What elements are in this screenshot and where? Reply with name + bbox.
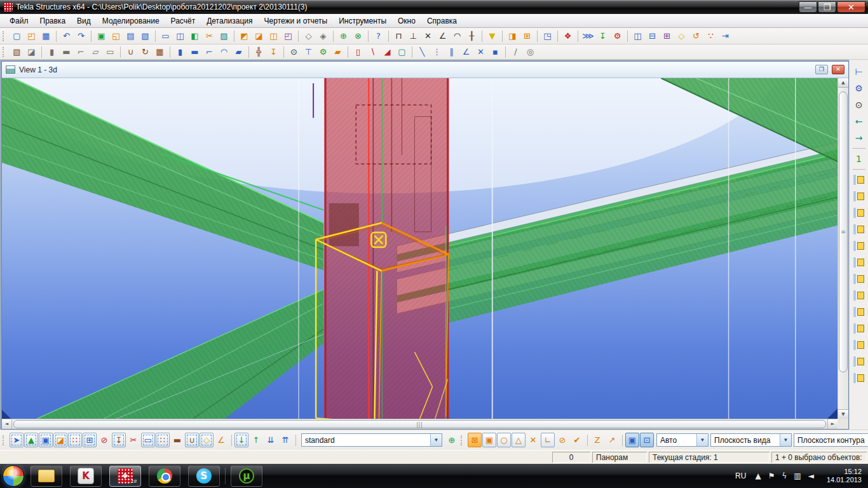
save-model-button[interactable]: ▦ xyxy=(39,29,53,43)
language-indicator[interactable]: RU xyxy=(733,470,749,482)
concrete-beam-button[interactable]: ▬ xyxy=(187,45,202,59)
work-plane-combo[interactable]: Плоскость вида ▼ xyxy=(710,433,792,447)
steel-beam-button[interactable]: ▬ xyxy=(59,45,74,59)
menu-edit[interactable]: Правка xyxy=(34,15,72,27)
vertical-scroll-thumb[interactable]: ≡ xyxy=(839,92,848,372)
construction-points-button[interactable]: ⋮ xyxy=(430,45,444,59)
connection-bolted-gusset-button[interactable] xyxy=(851,205,867,221)
point-along-line-button[interactable]: ◈ xyxy=(316,29,330,43)
construction-circle-button[interactable]: ◎ xyxy=(523,45,538,59)
concrete-column-button[interactable]: ▮ xyxy=(173,45,187,59)
view-title-bar[interactable]: View 1 - 3d ❐ ✕ xyxy=(2,62,848,78)
paste-button[interactable]: ◱ xyxy=(109,29,123,43)
measure-bolt-button[interactable]: ╂ xyxy=(465,29,479,43)
taskbar-tekla-button[interactable]: ❖ 18 xyxy=(109,466,141,487)
connection-base-plate-button[interactable] xyxy=(851,287,867,304)
toolbar-grip[interactable] xyxy=(3,435,7,445)
fit-model-button[interactable]: ◫ xyxy=(266,29,281,43)
taskbar-explorer-button[interactable] xyxy=(31,466,62,487)
connection-haunch-button[interactable] xyxy=(851,320,867,337)
toolbar-grip[interactable] xyxy=(461,435,465,445)
eraser-button[interactable]: ◪ xyxy=(24,45,39,59)
profile-u-button[interactable]: ∪ xyxy=(123,45,138,59)
grid-line-button[interactable]: ⊥ xyxy=(406,29,421,43)
measure-arc-button[interactable]: ◠ xyxy=(450,29,465,43)
select-components-button[interactable]: ▲ xyxy=(24,433,38,447)
horizontal-scroll-thumb[interactable]: ||| xyxy=(13,420,826,428)
construction-line-button[interactable]: ╲ xyxy=(415,45,430,59)
create-point-button[interactable]: ◇ xyxy=(301,29,316,43)
taskbar-kaspersky-button[interactable]: K xyxy=(70,466,102,487)
corner-points-button[interactable]: ∠ xyxy=(459,45,473,59)
diagnose-button[interactable]: ∵ xyxy=(703,29,718,43)
chevron-down-icon[interactable]: ▼ xyxy=(696,434,708,446)
view-restore-button[interactable]: ❐ xyxy=(815,65,828,74)
view-properties-button[interactable]: ◫ xyxy=(173,29,187,43)
profile-filter-combo[interactable]: standard ▼ xyxy=(301,433,442,447)
new-model-button[interactable]: ▢ xyxy=(10,29,24,43)
rebar-button[interactable]: ╬ xyxy=(252,45,266,59)
contour-plate-button[interactable]: ▰ xyxy=(330,45,345,59)
cut-plane-button[interactable]: ✂ xyxy=(202,29,217,43)
concrete-polybeam-button[interactable]: ⌐ xyxy=(202,45,217,59)
snap-intersections-button[interactable]: ✕ xyxy=(526,433,540,447)
macros-button[interactable]: ⚙ xyxy=(610,29,625,43)
snap-reference-points-button[interactable]: ⊠ xyxy=(468,433,482,447)
inquire-object-button[interactable]: ? xyxy=(371,29,386,43)
scroll-right-button[interactable]: ► xyxy=(827,419,837,429)
action-center-icon[interactable]: ⚑ xyxy=(768,471,776,480)
menu-analysis[interactable]: Расчёт xyxy=(165,15,201,27)
taskbar-skype-button[interactable]: S xyxy=(188,466,220,487)
world-plane-button[interactable]: ⊕ xyxy=(445,433,459,447)
new-view-button[interactable]: ▭ xyxy=(158,29,173,43)
properties-button[interactable]: ▤ xyxy=(123,29,138,43)
mesh-button[interactable]: ▦ xyxy=(153,45,167,59)
snap-nearest-points-button[interactable]: ○ xyxy=(497,433,511,447)
select-planes-button[interactable]: ◇ xyxy=(200,433,214,447)
restore-button[interactable]: ❐ xyxy=(818,1,836,13)
vertical-scrollbar[interactable]: ▲ ≡ ▼ xyxy=(837,78,848,419)
redo-button[interactable]: ↷ xyxy=(74,29,88,43)
volume-icon[interactable]: ◄ xyxy=(808,471,815,480)
connection-shear-plate-button[interactable] xyxy=(851,353,867,370)
scroll-up-button[interactable]: ▲ xyxy=(838,78,848,88)
select-surfaces-button[interactable]: ◪ xyxy=(53,433,67,447)
select-assemblies-button[interactable]: ∷ xyxy=(156,433,170,447)
tekla-online-button[interactable]: ❖ xyxy=(560,29,575,43)
snap-depth-lock-button[interactable]: Z xyxy=(590,433,604,447)
snap-perpendicular-button[interactable]: ∟ xyxy=(541,433,555,447)
measure-angle-button[interactable]: ∠ xyxy=(435,29,450,43)
undo-button[interactable]: ↶ xyxy=(59,29,74,43)
publish-button[interactable]: ⋙ xyxy=(581,29,595,43)
parallel-lines-button[interactable]: ∥ xyxy=(444,45,459,59)
start-button[interactable] xyxy=(3,465,24,487)
phases-button[interactable]: ◨ xyxy=(505,29,520,43)
clash-check-button[interactable]: ⊤ xyxy=(301,45,316,59)
history-forward-button[interactable]: → xyxy=(851,130,867,146)
select-bent-plates-button[interactable]: ∠ xyxy=(214,433,228,447)
create-solid-button[interactable]: ▧ xyxy=(10,45,24,59)
scroll-left-button[interactable]: ◄ xyxy=(2,419,12,429)
menu-window[interactable]: Окно xyxy=(392,15,421,27)
fit-part-end-button[interactable]: ▯ xyxy=(351,45,365,59)
history-back-button[interactable]: ← xyxy=(851,113,867,130)
cut-part-line-button[interactable]: ∖ xyxy=(365,45,380,59)
lotting-button[interactable]: ⊞ xyxy=(520,29,534,43)
clip-region-button[interactable]: ▨ xyxy=(217,29,231,43)
snap-priority-button[interactable]: ⊡ xyxy=(640,433,654,447)
minimize-button[interactable]: — xyxy=(799,1,817,13)
array-copy-button[interactable]: ⊞ xyxy=(660,29,674,43)
taskbar-utorrent-button[interactable]: µ xyxy=(231,466,262,487)
tray-expand-button[interactable]: ▲ xyxy=(754,471,761,480)
profile-rotated-button[interactable]: ↻ xyxy=(138,45,153,59)
connection-column-splice-button[interactable] xyxy=(851,254,867,271)
clock[interactable]: 15:12 14.01.2013 xyxy=(823,467,865,485)
menu-help[interactable]: Справка xyxy=(421,15,463,27)
horizontal-scroll-track[interactable]: ||| xyxy=(12,419,827,429)
snap-confirm-button[interactable]: ✔ xyxy=(570,433,584,447)
select-points-button[interactable]: ∷ xyxy=(68,433,82,447)
menu-drawings-reports[interactable]: Чертежи и отчеты xyxy=(259,15,334,27)
connection-end-plate-button[interactable] xyxy=(851,172,867,188)
anchor-button[interactable]: ↧ xyxy=(266,45,281,59)
component-catalog-button[interactable]: ⊢ xyxy=(851,64,867,80)
